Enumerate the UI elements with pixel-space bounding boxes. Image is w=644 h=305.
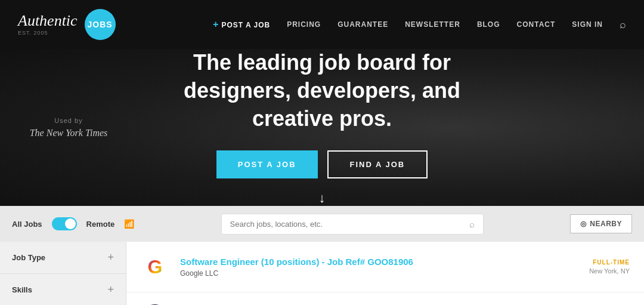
job-type-expand-icon[interactable]: + (107, 251, 114, 264)
find-job-button[interactable]: FIND A JOB (327, 150, 428, 178)
search-bar: ⌕ (221, 214, 484, 235)
logo-area: Authentic EST. 2005 JOBS (18, 9, 116, 40)
job-title: Software Engineer (10 positions) - Job R… (180, 257, 578, 267)
nav-pricing[interactable]: PRICING (287, 20, 321, 29)
all-jobs-label: All Jobs (12, 220, 42, 229)
hero-center: The leading job board for designers, dev… (149, 49, 495, 206)
filter-bar: All Jobs Remote 📶 ⌕ ◎ NEARBY (0, 206, 644, 242)
hero-section: Used by The New York Times The leading j… (0, 49, 644, 206)
job-type-badge: FULL-TIME (589, 259, 630, 266)
search-container: ⌕ (144, 214, 561, 235)
toggle-knob (65, 218, 76, 229)
nearby-button[interactable]: ◎ NEARBY (570, 214, 632, 233)
nav-newsletter[interactable]: NEWSLETTER (405, 20, 460, 29)
wifi-icon: 📶 (124, 219, 134, 229)
used-by-label: Used by (54, 117, 82, 124)
job-company: Google LLC (180, 269, 578, 278)
job-meta: FULL-TIME New York, NY (589, 259, 630, 275)
sidebar: Job Type + Skills + Location + Levels + (0, 242, 126, 305)
skills-expand-icon[interactable]: + (107, 284, 114, 296)
nav-post-a-job[interactable]: +POST A JOB (213, 19, 270, 30)
hero-buttons: POST A JOB FIND A JOB (149, 150, 495, 178)
main-nav: +POST A JOB PRICING GUARANTEE NEWSLETTER… (213, 19, 626, 31)
job-list: G Software Engineer (10 positions) - Job… (126, 242, 644, 305)
jobs-badge[interactable]: JOBS (85, 9, 116, 40)
job-type-label: Job Type (12, 253, 45, 262)
search-input[interactable] (230, 220, 465, 229)
post-job-button[interactable]: POST A JOB (216, 150, 318, 178)
main-content: Job Type + Skills + Location + Levels + … (0, 242, 644, 305)
remote-label: Remote (86, 220, 115, 229)
header: Authentic EST. 2005 JOBS +POST A JOB PRI… (0, 0, 644, 49)
sidebar-section-job-type[interactable]: Job Type + (0, 242, 126, 274)
google-icon: G (148, 256, 163, 278)
job-info: Software Engineer (10 positions) - Job R… (180, 257, 578, 278)
hero-left: Used by The New York Times (0, 49, 137, 206)
nyt-logo: The New York Times (30, 128, 108, 138)
table-row[interactable]: b Drupal Developer Congressional Budget … (126, 292, 644, 305)
nav-contact[interactable]: CONTACT (517, 20, 556, 29)
search-magnifier-icon: ⌕ (469, 219, 475, 229)
sidebar-section-skills[interactable]: Skills + (0, 274, 126, 305)
nav-guarantee[interactable]: GUARANTEE (338, 20, 388, 29)
nav-blog[interactable]: BLOG (477, 20, 500, 29)
logo[interactable]: Authentic EST. 2005 (18, 13, 78, 36)
logo-subtext: EST. 2005 (18, 30, 78, 36)
scroll-down-icon[interactable]: ↓ (149, 190, 495, 206)
job-location: New York, NY (589, 267, 630, 275)
nav-sign-in[interactable]: SIGN IN (572, 20, 603, 29)
table-row[interactable]: G Software Engineer (10 positions) - Job… (126, 242, 644, 292)
logo-text: Authentic (18, 13, 78, 29)
plus-icon: + (213, 19, 219, 29)
company-logo-google: G (141, 252, 169, 281)
search-icon[interactable]: ⌕ (620, 19, 626, 31)
skills-label: Skills (12, 285, 32, 294)
remote-toggle[interactable] (52, 217, 77, 230)
nearby-location-icon: ◎ (580, 220, 587, 228)
hero-title: The leading job board for designers, dev… (149, 49, 495, 133)
